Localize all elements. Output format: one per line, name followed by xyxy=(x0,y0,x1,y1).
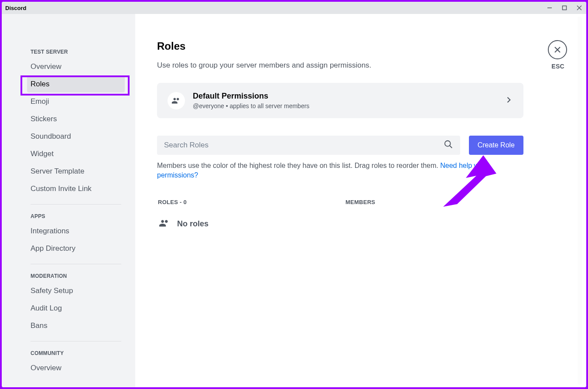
sidebar-item-stickers[interactable]: Stickers xyxy=(27,111,125,127)
window-controls xyxy=(546,4,583,11)
sidebar-item-custom-invite-link[interactable]: Custom Invite Link xyxy=(27,181,125,197)
search-row: Create Role xyxy=(157,136,523,155)
sidebar-divider xyxy=(31,204,121,205)
sidebar-item-bans[interactable]: Bans xyxy=(27,317,125,334)
members-column-header: MEMBERS xyxy=(345,199,375,205)
chevron-right-icon xyxy=(504,96,513,106)
sidebar-item-server-template[interactable]: Server Template xyxy=(27,163,125,180)
svg-line-7 xyxy=(449,146,452,148)
search-input[interactable] xyxy=(164,141,444,150)
sidebar-item-widget[interactable]: Widget xyxy=(27,146,125,162)
sidebar-divider xyxy=(31,341,121,341)
no-roles-label: No roles xyxy=(177,219,209,229)
page-subtitle: Use roles to group your server members a… xyxy=(157,61,523,70)
sidebar-item-overview[interactable]: Overview xyxy=(27,58,125,75)
sidebar-item-safety-setup[interactable]: Safety Setup xyxy=(27,283,125,299)
help-text-body: Members use the color of the highest rol… xyxy=(157,162,440,169)
app-window: Discord TEST SERVEROverviewRolesEmojiSti… xyxy=(2,2,586,387)
sidebar-item-soundboard[interactable]: Soundboard xyxy=(27,128,125,145)
sidebar-item-emoji[interactable]: Emoji xyxy=(27,93,125,110)
sidebar-section-header: APPS xyxy=(31,213,125,219)
sidebar-item-overview[interactable]: Overview xyxy=(27,360,125,376)
esc-label: ESC xyxy=(551,63,564,70)
sidebar-divider xyxy=(31,264,121,264)
minimize-button[interactable] xyxy=(546,4,553,11)
sidebar-section-header: TEST SERVER xyxy=(31,49,125,55)
card-body: Default Permissions @everyone • applies … xyxy=(193,92,496,109)
card-subtitle: @everyone • applies to all server member… xyxy=(193,102,496,109)
settings-sidebar: TEST SERVEROverviewRolesEmojiStickersSou… xyxy=(2,14,135,387)
page-title: Roles xyxy=(157,40,523,52)
app-name: Discord xyxy=(5,5,26,11)
close-icon xyxy=(553,45,562,54)
create-role-button[interactable]: Create Role xyxy=(469,136,523,155)
roles-column-header: ROLES - 0 xyxy=(158,199,345,205)
no-roles-row: No roles xyxy=(157,218,523,231)
scrollbar[interactable] xyxy=(578,17,582,385)
close-settings-button[interactable] xyxy=(548,40,567,59)
sidebar-section-header: MODERATION xyxy=(31,273,125,279)
card-title: Default Permissions xyxy=(193,92,496,101)
svg-rect-1 xyxy=(563,6,567,10)
sidebar-item-audit-log[interactable]: Audit Log xyxy=(27,300,125,317)
search-icon xyxy=(444,140,453,151)
sidebar-item-integrations[interactable]: Integrations xyxy=(27,223,125,239)
sidebar-item-app-directory[interactable]: App Directory xyxy=(27,240,125,257)
sidebar-section-header: COMMUNITY xyxy=(31,350,125,356)
people-icon xyxy=(159,218,170,231)
main-panel: ESC Roles Use roles to group your server… xyxy=(135,14,586,387)
close-window-button[interactable] xyxy=(576,4,583,11)
svg-point-6 xyxy=(444,141,450,147)
roles-help-text: Members use the color of the highest rol… xyxy=(157,161,523,181)
content-area: TEST SERVEROverviewRolesEmojiStickersSou… xyxy=(2,14,586,387)
person-circle-icon xyxy=(168,92,185,109)
default-permissions-card[interactable]: Default Permissions @everyone • applies … xyxy=(157,83,523,118)
titlebar: Discord xyxy=(2,2,586,14)
sidebar-item-roles[interactable]: Roles xyxy=(27,76,125,92)
search-box[interactable] xyxy=(157,136,460,155)
maximize-button[interactable] xyxy=(561,4,568,11)
roles-table-header: ROLES - 0 MEMBERS xyxy=(157,199,523,205)
